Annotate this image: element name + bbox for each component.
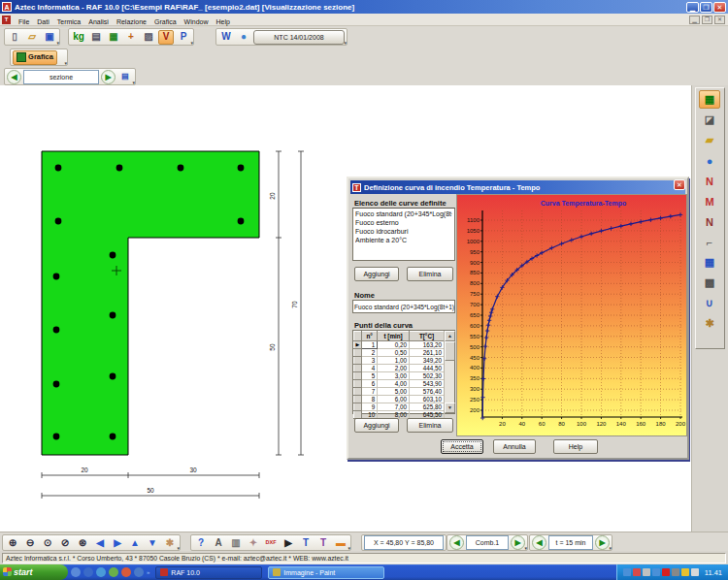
move-icon[interactable]: + (123, 30, 139, 45)
quick-launch-icon[interactable] (96, 567, 106, 577)
curve-list-item[interactable]: Ambiente a 20°C (355, 236, 452, 244)
table-cell[interactable]: 1,00 (378, 357, 410, 365)
prev-time-button[interactable]: ◀ (532, 535, 546, 550)
grafica-button[interactable]: Grafica (13, 50, 57, 65)
progetto-icon[interactable]: P (176, 30, 191, 45)
delete-curve-button[interactable]: Elimina (407, 267, 453, 281)
close-button[interactable]: ✕ (713, 2, 726, 13)
table-cell[interactable]: 502,30 (409, 372, 444, 380)
grid-icon[interactable]: ▩ (699, 274, 720, 292)
mdi-close-button[interactable]: ✕ (714, 16, 725, 24)
nome-field[interactable]: Fuoco standard (20+345*Log(8t+1) (352, 300, 455, 313)
scroll-up-icon[interactable]: ▲ (445, 331, 455, 341)
table-cell[interactable]: 2 (362, 349, 378, 357)
zoom-dynamic-icon[interactable]: ⊛ (75, 535, 90, 550)
new-document-icon[interactable]: ▯ (7, 30, 22, 45)
task-immagine-paint[interactable]: Immagine - Paint (268, 566, 384, 579)
row-selector[interactable] (354, 357, 362, 365)
pan-down-icon[interactable]: ▼ (145, 535, 160, 550)
tray-icon[interactable] (623, 568, 631, 576)
tray-icon[interactable] (652, 568, 660, 576)
table-cell[interactable]: 0,50 (378, 349, 410, 357)
help-icon[interactable]: ? (193, 535, 209, 550)
table-cell[interactable]: 2,00 (378, 365, 410, 372)
menu-termica[interactable]: Termica (53, 18, 85, 25)
delete-point-button[interactable]: Elimina (407, 418, 453, 433)
table-cell[interactable]: 163,20 (409, 341, 444, 349)
pan-hand-icon[interactable]: ✱ (162, 535, 178, 550)
table-icon[interactable]: ▦ (699, 253, 720, 272)
table-cell[interactable]: 6,00 (378, 396, 410, 403)
tray-icon[interactable] (633, 568, 641, 576)
row-selector[interactable] (354, 372, 362, 380)
section-data-icon[interactable]: ▤ (88, 30, 104, 45)
table-cell[interactable]: 5,00 (378, 388, 410, 396)
sphere-icon[interactable]: ● (699, 151, 720, 170)
tray-icon[interactable] (662, 568, 670, 576)
table-row[interactable]: 75,00576,40 (354, 388, 445, 396)
next-comb-button[interactable]: ▶ (511, 535, 525, 550)
highlight-icon[interactable]: ▬ (333, 535, 348, 550)
zoom-extents-icon[interactable]: ⊘ (57, 535, 73, 550)
table-row[interactable]: 31,00349,20 (354, 357, 445, 365)
pan-right-icon[interactable]: ▶ (110, 535, 125, 550)
grab-icon[interactable]: ✦ (246, 535, 261, 550)
table-row[interactable]: ▶10,20163,20 (354, 341, 445, 349)
menu-grafica[interactable]: Grafica (150, 18, 181, 25)
exit-view-icon[interactable]: ◪ (699, 111, 720, 129)
table-cell[interactable]: 8 (362, 396, 378, 403)
verifica-icon[interactable]: V (158, 30, 174, 45)
next-view-button[interactable]: ▶ (101, 70, 116, 84)
mdi-minimize-button[interactable]: ▁ (689, 16, 700, 24)
quick-launch-icon[interactable] (83, 567, 93, 577)
diagram-m-icon[interactable]: M (699, 192, 720, 210)
layers-icon[interactable]: ▰ (699, 131, 720, 149)
add-curve-button[interactable]: Aggiungi (354, 267, 399, 281)
table-cell[interactable]: 0,20 (378, 341, 410, 349)
curve-list-item[interactable]: Fuoco idrocarburi (355, 227, 452, 236)
table-cell[interactable]: 7 (362, 388, 378, 396)
quick-launch-icon[interactable] (134, 567, 144, 577)
open-icon[interactable]: ▱ (24, 30, 40, 45)
restore-button[interactable]: ❐ (700, 2, 712, 13)
curve-list-item[interactable]: Fuoco esterno (355, 218, 452, 227)
diagram-n-icon[interactable]: N (699, 172, 720, 190)
task-raf-10-0[interactable]: RAF 10.0 (155, 566, 262, 579)
minimize-button[interactable]: ▁ (686, 2, 699, 13)
units-icon[interactable]: kg (71, 30, 86, 45)
scroll-thumb[interactable] (445, 341, 455, 361)
pointer-icon[interactable]: ▶ (281, 535, 296, 550)
table-row[interactable]: 42,00444,50 (354, 365, 445, 372)
table-cell[interactable]: 625,80 (409, 403, 444, 411)
dialog-close-button[interactable]: ✕ (674, 179, 685, 190)
dome-icon[interactable]: ∪ (699, 294, 720, 312)
zoom-in-icon[interactable]: ⊕ (5, 535, 20, 550)
row-selector[interactable] (354, 349, 362, 357)
table-row[interactable]: 53,00502,30 (354, 372, 445, 380)
scroll-down-icon[interactable]: ▼ (445, 403, 455, 413)
menu-dati[interactable]: Dati (33, 18, 52, 25)
table-cell[interactable]: 6 (362, 380, 378, 388)
accetta-button[interactable]: Accetta (441, 439, 483, 454)
table-cell[interactable]: 4 (362, 365, 378, 372)
tray-icon[interactable] (643, 568, 650, 576)
table-row[interactable]: 86,00603,10 (354, 396, 445, 403)
table-cell[interactable]: 444,50 (409, 365, 444, 372)
export-dxf-icon[interactable]: DXF (263, 535, 279, 550)
table-scrollbar[interactable]: ▲ ▼ (444, 331, 454, 413)
tray-icon[interactable] (672, 568, 679, 576)
menu-file[interactable]: File (15, 18, 33, 25)
curve-list[interactable]: Fuoco standard (20+345*Log(8t+1Fuoco est… (352, 208, 455, 261)
row-selector[interactable] (354, 365, 362, 372)
quick-launch-icon[interactable] (121, 567, 131, 577)
save-icon[interactable]: ▣ (42, 30, 57, 45)
mesh-icon[interactable]: ✱ (699, 314, 720, 333)
table-cell[interactable]: 603,10 (409, 396, 444, 403)
annulla-button[interactable]: Annulla (493, 439, 536, 454)
row-selector[interactable] (354, 380, 362, 388)
menu-analisi[interactable]: Analisi (84, 18, 113, 25)
table-row[interactable]: 97,00625,80 (354, 403, 445, 411)
help-button[interactable]: Help (553, 439, 598, 454)
row-selector[interactable]: ▶ (354, 341, 362, 349)
view-select[interactable]: sezione (23, 70, 99, 84)
